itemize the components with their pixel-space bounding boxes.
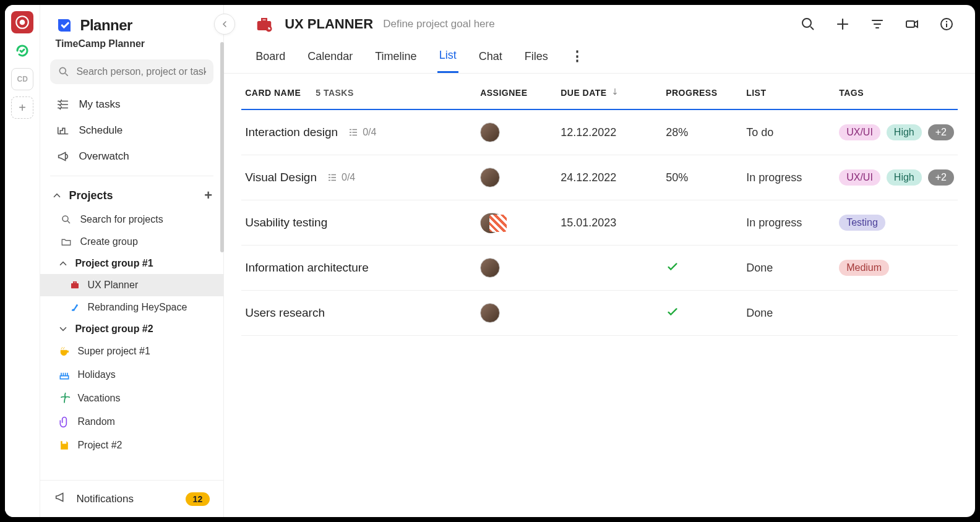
task-name: Users research	[245, 306, 325, 320]
th-due-date[interactable]: DUE DATE	[561, 87, 666, 98]
tab-chat[interactable]: Chat	[477, 43, 504, 73]
tab-board[interactable]: Board	[254, 43, 287, 73]
svg-point-2	[60, 67, 66, 74]
clip-icon	[58, 415, 71, 429]
create-group-link[interactable]: Create group	[40, 231, 223, 253]
table-row[interactable]: Visual Design0/424.12.202250%In progress…	[241, 155, 958, 200]
project-rebranding[interactable]: Rebranding HeySpace	[40, 296, 223, 319]
table-row[interactable]: Information architectureDoneMedium	[241, 246, 958, 291]
sidebar-header: Planner	[40, 5, 223, 38]
svg-rect-9	[262, 19, 267, 21]
th-card-name[interactable]: CARD NAME5 TASKS	[245, 88, 480, 98]
project-label: Project #2	[77, 440, 122, 451]
rail-workspace-cd[interactable]: CD	[11, 68, 33, 90]
project-ux-planner[interactable]: UX Planner	[40, 274, 223, 296]
rail-timecamp-icon[interactable]	[11, 40, 33, 62]
search-icon	[58, 66, 70, 78]
check-icon	[666, 305, 679, 322]
projects-section-header[interactable]: Projects +	[40, 182, 223, 208]
tags-cell: Medium	[839, 260, 954, 276]
tab-timeline[interactable]: Timeline	[373, 43, 418, 73]
megaphone-icon	[56, 150, 70, 163]
progress-cell	[666, 305, 746, 322]
th-assignee[interactable]: ASSIGNEE	[480, 88, 561, 98]
cake-icon	[58, 368, 71, 382]
tab-files[interactable]: Files	[523, 43, 550, 73]
svg-point-1	[20, 20, 25, 25]
table-row[interactable]: Usability testing15.01.2023In progressTe…	[241, 200, 958, 246]
project-vacations[interactable]: Vacations	[40, 387, 223, 410]
briefcase-icon	[69, 279, 81, 291]
due-date: 24.12.2022	[561, 171, 666, 184]
task-count: 5 TASKS	[316, 88, 354, 98]
table-header: CARD NAME5 TASKS ASSIGNEE DUE DATE PROGR…	[241, 74, 958, 110]
avatar[interactable]	[480, 213, 505, 233]
search-projects-link[interactable]: Search for projects	[40, 208, 223, 231]
tags-cell: UX/UIHigh+2	[839, 169, 954, 186]
back-button[interactable]	[214, 14, 235, 35]
project-header: UX PLANNER Define project goal here Boar…	[224, 5, 975, 74]
video-button[interactable]	[903, 15, 921, 33]
project-label: UX Planner	[87, 280, 138, 291]
app-rail: CD +	[5, 5, 40, 517]
sidebar-search-input[interactable]	[76, 66, 206, 77]
project-holidays[interactable]: Holidays	[40, 363, 223, 387]
project-super-1[interactable]: Super project #1	[40, 340, 223, 363]
info-button[interactable]	[938, 15, 955, 33]
tag[interactable]: High	[887, 124, 922, 140]
project-random[interactable]: Random	[40, 410, 223, 434]
sidebar: Planner TimeCamp Planner My tasks Schedu…	[40, 5, 224, 517]
avatar[interactable]	[480, 168, 500, 187]
cup-icon	[58, 344, 71, 358]
tab-more[interactable]: ⋮	[569, 43, 586, 73]
add-button[interactable]	[834, 15, 851, 33]
table-row[interactable]: Users researchDone	[241, 291, 958, 336]
tag[interactable]: High	[887, 169, 922, 186]
nav-label: My tasks	[79, 98, 120, 111]
add-project-button[interactable]: +	[204, 187, 212, 203]
project-title[interactable]: UX PLANNER	[285, 16, 373, 32]
project-goal-input[interactable]: Define project goal here	[383, 18, 495, 30]
avatar[interactable]	[480, 303, 500, 323]
project-2[interactable]: Project #2	[40, 434, 223, 457]
rail-add-workspace[interactable]: +	[11, 96, 33, 119]
tag[interactable]: UX/UI	[839, 169, 880, 186]
sidebar-search[interactable]	[50, 59, 213, 84]
nav-overwatch[interactable]: Overwatch	[45, 143, 218, 169]
list-cell: In progress	[746, 216, 839, 229]
project-group-2-header[interactable]: Project group #2	[40, 319, 223, 340]
list-cell: In progress	[746, 171, 839, 184]
chevron-up-icon	[51, 190, 62, 201]
list-cell: To do	[746, 126, 839, 139]
rail-app-icon[interactable]	[11, 11, 33, 33]
tag[interactable]: +2	[928, 169, 954, 186]
save-icon	[58, 439, 71, 452]
tag[interactable]: +2	[928, 124, 954, 140]
project-group-1-header[interactable]: Project group #1	[40, 253, 223, 274]
divider	[50, 176, 213, 176]
project-label: Random	[77, 416, 114, 427]
avatar[interactable]	[480, 258, 500, 278]
tag[interactable]: UX/UI	[839, 124, 880, 140]
nav-schedule[interactable]: Schedule	[45, 118, 218, 143]
table-row[interactable]: Interaction design0/412.12.202228%To doU…	[241, 110, 958, 155]
filter-button[interactable]	[869, 15, 886, 33]
palm-icon	[58, 392, 71, 405]
th-tags[interactable]: TAGS	[839, 88, 954, 98]
project-label: Rebranding HeySpace	[87, 302, 187, 313]
tab-list[interactable]: List	[437, 43, 458, 73]
th-progress[interactable]: PROGRESS	[666, 88, 746, 98]
nav-my-tasks[interactable]: My tasks	[45, 92, 218, 118]
avatar[interactable]	[480, 122, 500, 142]
tag[interactable]: Medium	[839, 260, 889, 276]
notifications-link[interactable]: Notifications 12	[40, 480, 223, 517]
tab-calendar[interactable]: Calendar	[306, 43, 355, 73]
svg-line-3	[66, 74, 68, 76]
project-label: Vacations	[77, 393, 120, 404]
search-button[interactable]	[799, 15, 817, 33]
tag[interactable]: Testing	[839, 215, 885, 231]
th-list[interactable]: LIST	[746, 88, 839, 98]
svg-rect-7	[74, 282, 77, 283]
megaphone-icon	[54, 490, 67, 507]
task-name: Information architecture	[245, 261, 369, 275]
